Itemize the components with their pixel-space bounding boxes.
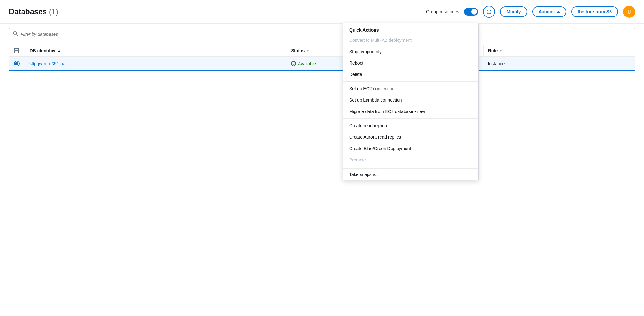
sort-down-icon	[307, 50, 309, 52]
dropdown-item-reboot-label: Reboot	[349, 60, 363, 66]
db-identifier-link[interactable]: sftpgw-rob-351-ha	[29, 61, 65, 66]
header: Databases (1) Group resources Modify Act…	[0, 0, 644, 24]
modify-label: Modify	[506, 9, 521, 14]
th-selector	[9, 45, 25, 57]
search-bar	[9, 28, 635, 40]
actions-label: Actions	[539, 9, 555, 14]
status-text: Available	[298, 61, 316, 66]
dropdown-item-migrate-data[interactable]: Migrate data from EC2 database - new	[343, 106, 478, 117]
dropdown-item-set-up-ec2-label: Set up EC2 connection	[349, 86, 394, 91]
refresh-icon	[486, 9, 492, 14]
th-db-identifier[interactable]: DB identifier	[25, 45, 287, 57]
dropdown-item-stop-temporarily-label: Stop temporarily	[349, 49, 381, 54]
refresh-button[interactable]	[483, 6, 495, 18]
select-all-checkbox[interactable]	[14, 48, 19, 53]
toggle-knob	[471, 9, 477, 15]
row-radio-button[interactable]	[14, 61, 20, 66]
dropdown-item-promote[interactable]: Promote	[343, 154, 478, 166]
row-role: Instance	[483, 57, 635, 71]
dropdown-item-create-aurora-replica[interactable]: Create Aurora read replica	[343, 131, 478, 143]
actions-button[interactable]: Actions	[532, 6, 566, 17]
row-selector[interactable]	[9, 57, 25, 71]
dropdown-item-set-up-lambda[interactable]: Set up Lambda connection	[343, 94, 478, 106]
table-header: DB identifier Status	[9, 45, 635, 57]
role-text: Instance	[488, 61, 505, 66]
row-db-identifier: sftpgw-rob-351-ha	[25, 57, 287, 71]
th-db-identifier-label: DB identifier	[30, 48, 56, 53]
actions-caret-icon	[557, 11, 560, 13]
dropdown-item-create-blue-green[interactable]: Create Blue/Green Deployment	[343, 143, 478, 154]
databases-table: DB identifier Status	[9, 45, 635, 71]
table-container: DB identifier Status	[0, 45, 644, 71]
restore-from-s3-label: Restore from S3	[578, 9, 612, 14]
dropdown-item-take-snapshot[interactable]: Take snapshot	[343, 168, 478, 180]
dropdown-item-create-read-replica-label: Create read replica	[349, 123, 387, 128]
modify-button[interactable]: Modify	[500, 6, 527, 17]
dropdown-divider-3	[343, 167, 478, 167]
dropdown-divider-2	[343, 118, 478, 119]
page-title: Databases (1)	[9, 7, 58, 16]
toggle-track[interactable]	[464, 8, 478, 16]
dropdown-item-migrate-data-label: Migrate data from EC2 database - new	[349, 109, 425, 114]
group-resources-label: Group resources	[426, 9, 459, 14]
sort-role-down-icon	[499, 50, 502, 52]
sort-db-identifier-icon[interactable]	[58, 50, 60, 52]
radio-dot	[15, 62, 18, 65]
table-row[interactable]: sftpgw-rob-351-ha ✓ Available Instance	[9, 57, 635, 71]
dropdown-item-stop-temporarily[interactable]: Stop temporarily	[343, 46, 478, 57]
dropdown-item-create-read-replica[interactable]: Create read replica	[343, 120, 478, 131]
dropdown-item-set-up-lambda-label: Set up Lambda connection	[349, 98, 402, 103]
dropdown-item-convert-multi-az-label: Convert to Multi-AZ deployment	[349, 38, 412, 43]
sort-role-icon[interactable]	[499, 50, 502, 52]
dropdown-item-take-snapshot-label: Take snapshot	[349, 172, 378, 177]
title-text: Databases	[9, 7, 47, 16]
title-count: (1)	[49, 7, 58, 16]
user-avatar[interactable]: U	[623, 6, 635, 18]
dropdown-item-reboot[interactable]: Reboot	[343, 57, 478, 69]
minus-icon	[15, 50, 18, 51]
search-input[interactable]	[21, 32, 631, 37]
table-body: sftpgw-rob-351-ha ✓ Available Instance	[9, 57, 635, 71]
th-status-label: Status	[291, 48, 305, 53]
search-icon	[13, 31, 18, 37]
actions-dropdown-menu: Quick Actions Convert to Multi-AZ deploy…	[343, 23, 479, 180]
status-icon: ✓	[291, 61, 296, 66]
group-resources-toggle[interactable]	[464, 8, 478, 16]
dropdown-divider-1	[343, 81, 478, 82]
th-role[interactable]: Role	[483, 45, 635, 57]
page-container: Databases (1) Group resources Modify Act…	[0, 0, 644, 316]
search-container	[0, 24, 644, 45]
dropdown-item-set-up-ec2[interactable]: Set up EC2 connection	[343, 83, 478, 94]
th-role-label: Role	[488, 48, 498, 53]
dropdown-item-delete-label: Delete	[349, 72, 362, 77]
dropdown-section-title: Quick Actions	[343, 23, 478, 35]
dropdown-item-convert-multi-az[interactable]: Convert to Multi-AZ deployment	[343, 35, 478, 46]
svg-line-1	[16, 35, 18, 36]
status-check-icon: ✓	[292, 62, 295, 66]
restore-from-s3-button[interactable]: Restore from S3	[571, 6, 618, 17]
sort-up-icon	[58, 50, 60, 52]
sort-status-icon[interactable]	[307, 50, 309, 52]
dropdown-item-delete[interactable]: Delete	[343, 69, 478, 80]
dropdown-item-create-blue-green-label: Create Blue/Green Deployment	[349, 146, 411, 151]
dropdown-item-create-aurora-replica-label: Create Aurora read replica	[349, 135, 401, 140]
dropdown-item-promote-label: Promote	[349, 157, 366, 162]
